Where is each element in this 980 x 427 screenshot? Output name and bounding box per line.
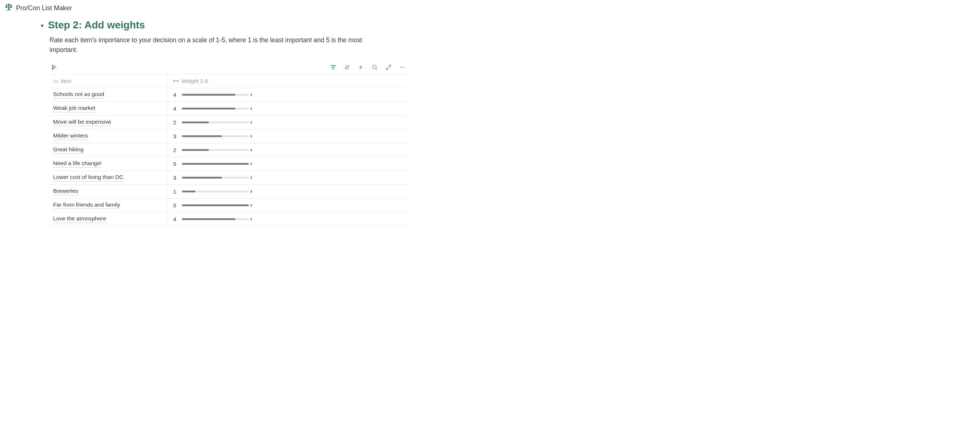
cell-weight[interactable]: 5	[167, 198, 407, 212]
view-bar-chart-icon[interactable]	[51, 63, 58, 71]
weight-value: 4	[173, 216, 178, 222]
table-row[interactable]: Move will be expensive2	[49, 116, 407, 130]
page-title[interactable]: Pro/Con List Maker	[16, 4, 72, 12]
column-header-item-label: Item	[61, 78, 71, 84]
cell-item[interactable]: Far from friends and family	[49, 198, 167, 212]
weight-value: 5	[173, 202, 178, 209]
weight-value: 2	[173, 119, 178, 126]
table-row[interactable]: Milder winters3	[49, 130, 407, 143]
cell-weight[interactable]: 1	[167, 185, 407, 198]
section-heading[interactable]: Step 2: Add weights	[48, 19, 145, 31]
sort-icon[interactable]	[344, 63, 351, 71]
svg-rect-2	[53, 67, 56, 68]
cell-weight[interactable]: 4	[167, 213, 407, 226]
item-text: Great hiking	[53, 146, 84, 154]
cell-item[interactable]: Milder winters	[49, 130, 167, 143]
cell-item[interactable]: Love the atmosphere	[49, 213, 167, 226]
toggle-triangle-icon[interactable]: ▼	[40, 22, 45, 29]
svg-rect-1	[53, 65, 55, 66]
svg-point-7	[372, 65, 376, 69]
weight-value: 3	[173, 175, 178, 181]
toolbar-right	[329, 63, 406, 71]
item-text: Breweries	[53, 188, 78, 195]
weight-value: 4	[173, 105, 178, 112]
automation-lightning-icon[interactable]	[357, 63, 364, 71]
weight-bar	[182, 135, 249, 137]
weight-bar	[182, 177, 249, 179]
heading-row: ▼ Step 2: Add weights	[40, 19, 407, 31]
cell-weight[interactable]: 2	[167, 116, 407, 129]
filter-icon[interactable]	[329, 63, 337, 71]
search-icon[interactable]	[371, 63, 378, 71]
item-text: Schools not as good	[53, 91, 104, 98]
weight-value: 4	[173, 92, 178, 98]
cell-item[interactable]: Need a life change!	[49, 157, 167, 171]
weight-bar	[182, 163, 249, 165]
cell-weight[interactable]: 3	[167, 171, 407, 184]
table-row[interactable]: Love the atmosphere4	[49, 213, 407, 226]
database-block: Aa Item Weight 1-5 Schools not as good4W…	[49, 63, 407, 226]
balance-scale-icon	[5, 4, 13, 13]
cell-weight[interactable]: 2	[167, 143, 407, 157]
cell-item[interactable]: Lower cost of living than DC	[49, 171, 167, 184]
column-header-weight[interactable]: Weight 1-5	[167, 74, 407, 88]
svg-text:Aa: Aa	[53, 79, 59, 84]
item-text: Need a life change!	[53, 160, 102, 168]
table-row[interactable]: Schools not as good4	[49, 88, 407, 102]
weight-bar	[182, 205, 249, 206]
topbar: Pro/Con List Maker	[0, 0, 980, 19]
cell-weight[interactable]: 4	[167, 102, 407, 115]
item-text: Far from friends and family	[53, 202, 120, 209]
item-text: Milder winters	[53, 132, 88, 140]
content-area: ▼ Step 2: Add weights Rate each item's i…	[40, 19, 407, 226]
expand-icon[interactable]	[385, 63, 392, 71]
svg-line-8	[376, 68, 377, 70]
cell-item[interactable]: Move will be expensive	[49, 116, 167, 129]
toolbar-left	[51, 63, 58, 71]
weight-value: 1	[173, 188, 178, 195]
table-row[interactable]: Far from friends and family5	[49, 198, 407, 213]
weight-value: 2	[173, 147, 178, 154]
cell-item[interactable]: Weak job market	[49, 102, 167, 115]
item-text: Weak job market	[53, 105, 95, 113]
item-text: Lower cost of living than DC	[53, 174, 123, 181]
weight-bar	[182, 108, 249, 110]
dumbbell-icon	[173, 78, 178, 84]
cell-weight[interactable]: 5	[167, 157, 407, 171]
svg-point-10	[402, 67, 403, 68]
svg-point-11	[404, 67, 405, 68]
cell-weight[interactable]: 3	[167, 130, 407, 143]
weight-bar	[182, 218, 249, 220]
item-text: Move will be expensive	[53, 119, 111, 126]
table-row[interactable]: Weak job market4	[49, 102, 407, 116]
weight-value: 3	[173, 133, 178, 140]
table-row[interactable]: Lower cost of living than DC3	[49, 171, 407, 185]
cell-weight[interactable]: 4	[167, 88, 407, 102]
table-row[interactable]: Breweries1	[49, 185, 407, 198]
weight-bar	[182, 94, 249, 96]
table-row[interactable]: Need a life change!5	[49, 157, 407, 171]
weight-bar	[182, 149, 249, 151]
more-options-icon[interactable]	[399, 63, 406, 71]
cell-item[interactable]: Breweries	[49, 185, 167, 198]
table-rows: Schools not as good4Weak job market4Move…	[49, 88, 407, 226]
column-header-item[interactable]: Aa Item	[49, 74, 167, 88]
cell-item[interactable]: Schools not as good	[49, 88, 167, 102]
weight-bar	[182, 190, 249, 192]
weight-bar	[182, 121, 249, 123]
svg-point-9	[400, 67, 401, 68]
weight-value: 5	[173, 161, 178, 167]
table-row[interactable]: Great hiking2	[49, 143, 407, 157]
title-property-icon: Aa	[53, 78, 59, 84]
svg-rect-0	[52, 65, 53, 70]
item-text: Love the atmosphere	[53, 215, 106, 223]
svg-rect-15	[174, 81, 178, 81]
svg-rect-3	[53, 68, 54, 69]
database-toolbar	[49, 63, 407, 74]
table-header-row: Aa Item Weight 1-5	[49, 74, 407, 88]
cell-item[interactable]: Great hiking	[49, 143, 167, 157]
section-description[interactable]: Rate each item's importance to your deci…	[49, 35, 388, 55]
column-header-weight-label: Weight 1-5	[181, 78, 208, 84]
